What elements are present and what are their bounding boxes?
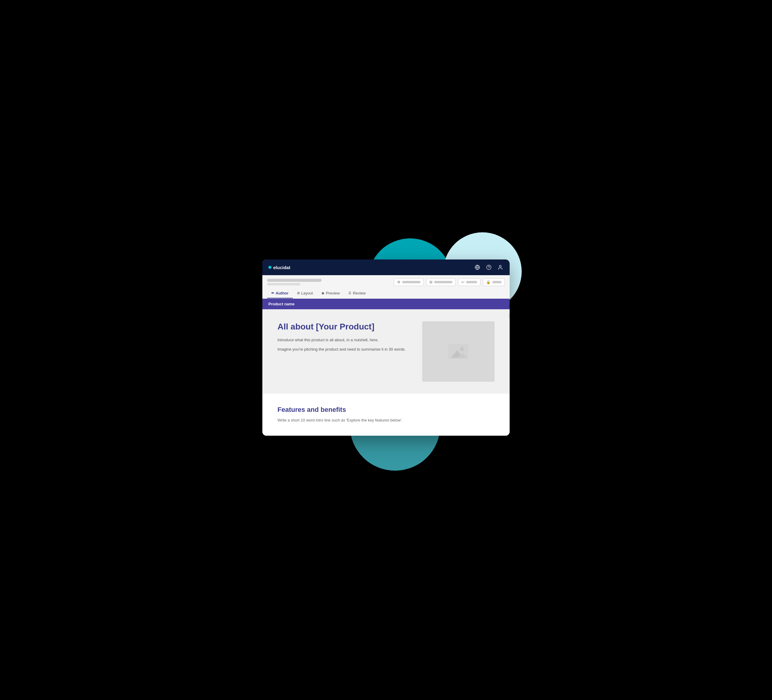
hero-section: All about [Your Product] Introduce what …	[262, 309, 510, 394]
hero-text: All about [Your Product] Introduce what …	[277, 321, 410, 356]
image-placeholder-icon	[448, 344, 469, 359]
tab-review[interactable]: ☰ Review	[344, 289, 370, 298]
mountain-icon	[448, 344, 469, 359]
hero-title: All about [Your Product]	[277, 321, 410, 332]
undo-label-bar	[466, 281, 477, 283]
structure-icon: ⊞	[429, 280, 432, 284]
content-area: Product name	[262, 299, 510, 436]
undo-button[interactable]: ↩	[458, 278, 480, 286]
lock-icon: 🔒	[486, 280, 491, 284]
lock-button[interactable]: 🔒	[483, 278, 505, 286]
browser-window: elucidat	[262, 259, 510, 436]
help-icon[interactable]	[486, 264, 492, 270]
svg-point-6	[460, 347, 464, 351]
settings-icon: ⚙	[397, 280, 401, 284]
hero-image-placeholder	[422, 321, 495, 382]
features-title: Features and benefits	[277, 406, 495, 414]
tab-author-label: Author	[276, 291, 289, 295]
toolbar-buttons: ⚙ ⊞ ↩ 🔒	[394, 278, 505, 286]
features-section: Features and benefits Write a short 10 w…	[262, 394, 510, 436]
title-bar-placeholder	[267, 279, 321, 282]
tab-review-label: Review	[353, 291, 366, 295]
globe-icon[interactable]	[474, 264, 481, 270]
settings-label-bar	[402, 281, 420, 283]
settings-button[interactable]: ⚙	[394, 278, 424, 286]
nav-bar: elucidat	[262, 259, 510, 275]
svg-point-4	[499, 265, 501, 267]
tab-preview-label: Preview	[326, 291, 340, 295]
structure-label-bar	[434, 281, 452, 283]
features-desc: Write a short 10 word intro line such as…	[277, 417, 495, 424]
subtitle-bar-placeholder	[267, 283, 300, 285]
product-name-text: Product name	[268, 302, 294, 306]
lock-label-bar	[492, 281, 502, 283]
toolbar: ⚙ ⊞ ↩ 🔒	[262, 275, 510, 299]
layout-tab-icon: ⊞	[297, 291, 300, 295]
hero-desc-2: Imagine you're pitching the product and …	[277, 346, 410, 353]
hero-desc-1: Introduce what this product is all about…	[277, 337, 410, 343]
undo-icon: ↩	[461, 280, 465, 284]
tabs: ✏ Author ⊞ Layout ◉ Preview ☰ Review	[267, 289, 505, 298]
user-icon[interactable]	[497, 264, 504, 270]
logo-text: elucidat	[273, 265, 290, 270]
toolbar-title-area	[267, 279, 321, 285]
tab-preview[interactable]: ◉ Preview	[317, 289, 344, 298]
toolbar-top: ⚙ ⊞ ↩ 🔒	[267, 278, 505, 286]
tab-author[interactable]: ✏ Author	[267, 289, 293, 298]
product-name-bar: Product name	[262, 299, 510, 309]
tab-layout-label: Layout	[301, 291, 313, 295]
nav-icons	[474, 264, 504, 270]
logo-dot	[268, 266, 272, 269]
review-tab-icon: ☰	[348, 291, 351, 295]
logo: elucidat	[268, 265, 290, 270]
tab-layout[interactable]: ⊞ Layout	[293, 289, 317, 298]
preview-tab-icon: ◉	[321, 291, 324, 295]
author-tab-icon: ✏	[272, 291, 274, 295]
structure-button[interactable]: ⊞	[426, 278, 456, 286]
